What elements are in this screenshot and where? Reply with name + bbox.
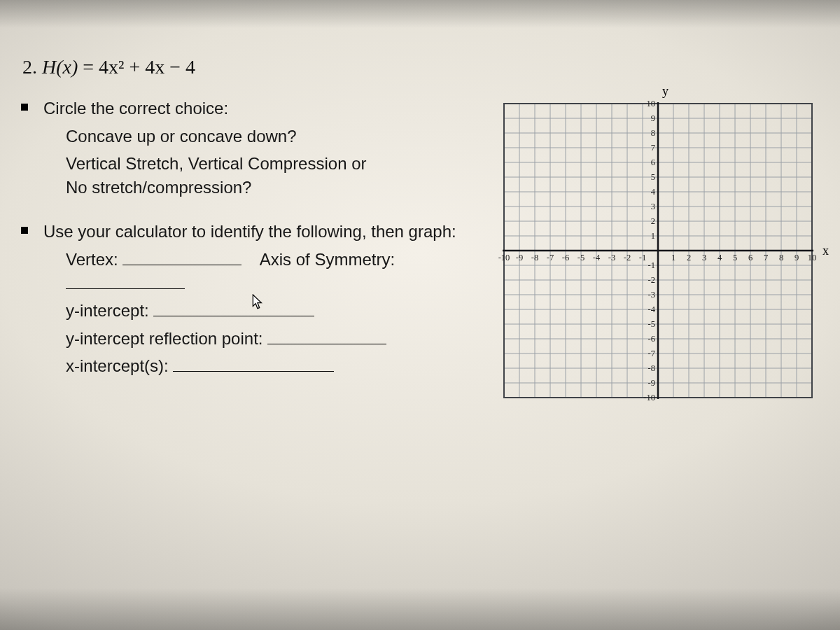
svg-text:2: 2 — [651, 216, 655, 226]
svg-text:-10: -10 — [643, 393, 655, 402]
cursor-icon — [252, 294, 265, 311]
bullet-1-prompt: Circle the correct choice: — [43, 97, 367, 120]
bullet-icon — [21, 227, 28, 234]
yint-label: y-intercept: — [66, 301, 149, 320]
svg-text:1: 1 — [651, 231, 655, 241]
svg-text:-10: -10 — [498, 253, 510, 262]
choice-stretch: Vertical Stretch, Vertical Compression o… — [66, 152, 367, 199]
xint-label: x-intercept(s): — [66, 356, 169, 375]
x-axis-label: x — [822, 244, 829, 258]
svg-text:-7: -7 — [648, 349, 655, 358]
grid-svg: -10-9-8-7-6-5-4-3-2-11234567891010987654… — [497, 97, 819, 405]
worksheet-area: 2. H(x) = 4x² + 4x − 4 Circle the correc… — [21, 56, 819, 581]
vertex-label: Vertex: — [66, 250, 118, 269]
bullet-icon — [21, 104, 28, 111]
svg-text:-4: -4 — [593, 253, 601, 262]
svg-text:-9: -9 — [648, 378, 655, 388]
svg-text:6: 6 — [748, 253, 752, 262]
yreflect-blank[interactable] — [267, 327, 386, 344]
svg-text:-5: -5 — [578, 253, 584, 262]
yreflect-label: y-intercept reflection point: — [66, 329, 262, 348]
svg-text:-3: -3 — [648, 290, 655, 300]
svg-text:10: 10 — [647, 99, 656, 108]
function-lhs: H(x) — [42, 56, 78, 78]
svg-text:9: 9 — [651, 113, 655, 123]
svg-text:9: 9 — [794, 253, 799, 262]
svg-text:2: 2 — [687, 253, 691, 262]
svg-text:4: 4 — [718, 253, 722, 262]
svg-text:5: 5 — [651, 172, 655, 182]
choice-concavity: Concave up or concave down? — [66, 125, 367, 148]
svg-text:-7: -7 — [547, 253, 554, 262]
svg-text:-1: -1 — [639, 253, 646, 262]
svg-text:-2: -2 — [624, 253, 631, 262]
svg-text:4: 4 — [651, 187, 656, 197]
vertex-blank[interactable] — [122, 248, 241, 265]
graph-column: y x -10-9-8-7-6-5-4-3-2-1123456789101098… — [497, 97, 819, 405]
coordinate-grid: y x -10-9-8-7-6-5-4-3-2-1123456789101098… — [497, 97, 819, 405]
svg-text:8: 8 — [779, 253, 783, 262]
svg-text:6: 6 — [651, 158, 655, 167]
yint-blank[interactable] — [153, 299, 314, 316]
svg-text:-4: -4 — [648, 304, 656, 314]
svg-text:3: 3 — [702, 253, 706, 262]
bullet-1: Circle the correct choice: Concave up or… — [21, 97, 483, 203]
svg-text:5: 5 — [733, 253, 737, 262]
svg-text:7: 7 — [651, 143, 655, 153]
svg-text:1: 1 — [671, 253, 676, 262]
y-axis-label: y — [662, 84, 668, 99]
svg-text:8: 8 — [651, 128, 655, 138]
svg-text:-1: -1 — [648, 260, 655, 270]
svg-text:-8: -8 — [531, 253, 538, 262]
question-body: Circle the correct choice: Concave up or… — [21, 97, 483, 399]
svg-text:-8: -8 — [648, 363, 655, 373]
bullet-2-prompt: Use your calculator to identify the foll… — [43, 220, 483, 244]
svg-text:-2: -2 — [648, 275, 655, 285]
problem-expression: 2. H(x) = 4x² + 4x − 4 — [22, 56, 819, 78]
svg-text:-5: -5 — [648, 319, 655, 329]
aos-blank[interactable] — [66, 272, 185, 289]
svg-text:10: 10 — [808, 253, 817, 262]
svg-text:-6: -6 — [562, 253, 569, 262]
aos-label: Axis of Symmetry: — [260, 250, 395, 269]
function-rhs: = 4x² + 4x − 4 — [83, 56, 195, 78]
xint-blank[interactable] — [173, 354, 334, 372]
svg-text:-6: -6 — [648, 334, 655, 344]
svg-text:-3: -3 — [608, 253, 615, 262]
svg-text:-9: -9 — [516, 253, 523, 262]
problem-number: 2. — [22, 56, 37, 78]
svg-text:7: 7 — [764, 253, 768, 262]
svg-text:3: 3 — [651, 202, 655, 211]
